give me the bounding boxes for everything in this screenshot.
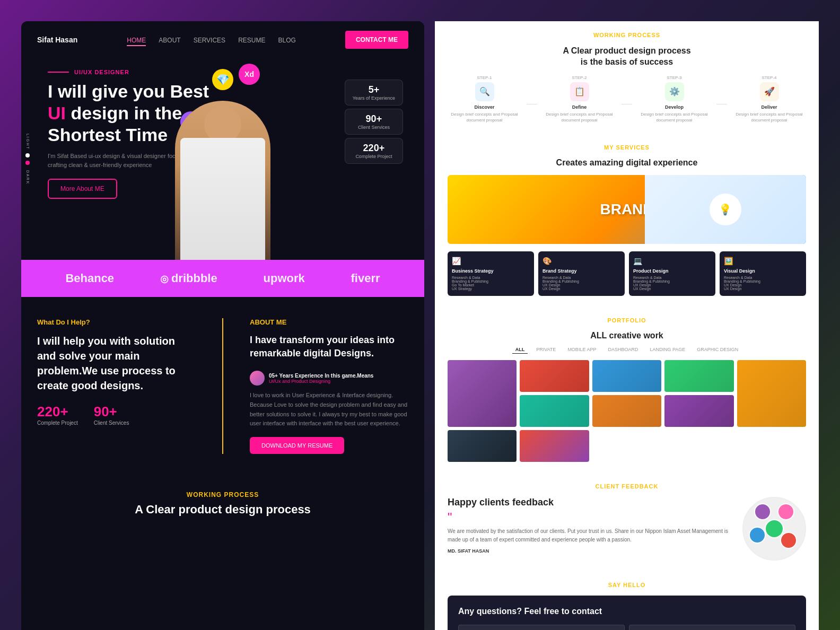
portfolio-grid (448, 360, 806, 462)
nav-link-blog[interactable]: BLOG (278, 37, 295, 44)
bulb-icon: 💡 (710, 194, 741, 225)
portfolio-item-3[interactable] (592, 360, 661, 392)
dot-active[interactable] (25, 161, 30, 165)
sayhello-subtitle: SAY HELLO (448, 582, 806, 588)
portfolio-item-7[interactable] (592, 395, 661, 427)
contact-form-title: Any questions? Feel free to contact (458, 606, 795, 617)
feedback-text-col: Happy clients feedback " We are motivate… (448, 497, 734, 554)
stat-projects: 220+ Complete Project (345, 138, 403, 164)
stat-years: 5+ Years of Experience (345, 80, 403, 106)
contact-form: Any questions? Feel free to contact 📧 si… (448, 596, 806, 630)
step4-desc: Design brief concepts and Proposal docum… (732, 111, 806, 123)
hero-stats: 5+ Years of Experience 90+ Client Servic… (345, 80, 403, 164)
hero-title-highlight: UI (48, 103, 66, 123)
step3-desc: Design brief concepts and Proposal docum… (637, 111, 711, 123)
ptab-landing[interactable]: LANDING PAGE (646, 346, 688, 354)
step-connector-2 (622, 86, 632, 123)
nav-item-services[interactable]: SERVICES (194, 35, 225, 45)
client-num: 90+ (94, 404, 129, 420)
portfolio-item-5[interactable] (737, 360, 806, 427)
step3-id: STEP-3 (637, 75, 711, 80)
nav-link-about[interactable]: ABOUT (159, 37, 180, 44)
step-connector-1 (527, 86, 537, 123)
portfolio-item-10[interactable] (520, 430, 589, 462)
nav-item-resume[interactable]: RESUME (238, 35, 265, 45)
nav-item-home[interactable]: HOME (127, 35, 146, 45)
hero-subtitle: UI/UX DESIGNER (48, 69, 408, 75)
working-process-preview: WORKING PROCESS A Clear product design p… (21, 475, 424, 532)
hero-section: LIGHT DARK UI/UX DESIGNER I will give yo… (21, 58, 424, 260)
stat-projects-label: Complete Project (353, 154, 395, 159)
complete-num: 220+ (37, 404, 78, 420)
portfolio-item-8[interactable] (664, 395, 733, 427)
service-placeholder-text: Research & DataBranding & PublishingGo T… (452, 276, 530, 291)
wp-title-left: A Clear product design process (37, 503, 408, 517)
portfolio-item-6[interactable] (520, 395, 589, 427)
wp-right-subtitle: WORKING PROCESS (448, 32, 806, 38)
product-name: Product Design (633, 268, 711, 274)
nav-item-about[interactable]: ABOUT (159, 35, 180, 45)
client-lbl: Client Services (94, 420, 129, 426)
stat-clients: 90+ Client Services (345, 109, 403, 135)
hero-more-btn[interactable]: More About ME (48, 179, 117, 199)
service-card-business: 📈 Business Strategy Research & DataBrand… (448, 251, 534, 296)
nav-link-resume[interactable]: RESUME (238, 37, 265, 44)
form-input-mail[interactable] (629, 625, 795, 630)
help-column: What Do I Help? I will help you with sol… (37, 318, 196, 454)
feedback-subtitle: CLIENT FEEDBACK (448, 483, 806, 489)
avatar-4 (780, 532, 797, 549)
portfolio-item-1[interactable] (448, 360, 517, 427)
quote-mark: " (448, 511, 734, 524)
right-panel: WORKING PROCESS A Clear product design p… (435, 21, 819, 630)
step-connector-3 (716, 86, 727, 123)
form-row-1 (458, 625, 795, 630)
define-icon: 📋 (570, 82, 589, 101)
nav-link-home[interactable]: HOME (127, 37, 146, 46)
about-column: ABOUT ME I have transform your ideas int… (250, 318, 408, 454)
service-card-product: 💻 Product Design Research & DataBranding… (629, 251, 715, 296)
nav-item-blog[interactable]: BLOG (278, 35, 295, 45)
person-body (180, 138, 265, 260)
sayhello-right: SAY HELLO Any questions? Feel free to co… (435, 571, 819, 630)
download-resume-btn[interactable]: DOWNLOAD MY RESUME (250, 437, 344, 454)
develop-icon: ⚙️ (665, 82, 684, 101)
visual-icon: 🖼️ (724, 257, 802, 265)
feedback-quote: We are motivated by the satisfaction of … (448, 527, 734, 544)
service-card-visual: 🖼️ Visual Design Research & DataBranding… (720, 251, 806, 296)
working-process-right: WORKING PROCESS A Clear product design p… (435, 21, 819, 134)
step1-desc: Design brief concepts and Proposal docum… (448, 111, 521, 123)
client-services-stat: 90+ Client Services (94, 404, 129, 426)
ptab-all[interactable]: ALL (512, 346, 528, 354)
ptab-dashboard[interactable]: DASHBOARD (605, 346, 641, 354)
sidebar-label-light: LIGHT (26, 134, 30, 150)
left-panel: Sifat Hasan HOME ABOUT SERVICES RESUME B… (21, 21, 424, 630)
site-logo: Sifat Hasan (37, 36, 77, 44)
portfolio-item-2[interactable] (520, 360, 589, 392)
hero-title-line3: Shortest Time (48, 125, 168, 145)
deliver-icon: 🚀 (760, 82, 779, 101)
step3-label: Develop (637, 104, 711, 110)
stat-projects-number: 220+ (353, 143, 395, 154)
portfolio-right: PORTFOLIO ALL creative work ALL PRIVATE … (435, 307, 819, 472)
step-develop: STEP-3 ⚙️ Develop Design brief concepts … (637, 75, 711, 123)
form-input-name[interactable] (458, 625, 625, 630)
business-name: Business Strategy (452, 268, 530, 274)
nav-link-services[interactable]: SERVICES (194, 37, 225, 44)
step-deliver: STEP-4 🚀 Deliver Design brief concepts a… (732, 75, 806, 123)
contact-btn[interactable]: CONTACT ME (345, 31, 408, 49)
ptab-graphic[interactable]: GRAPHIC DESIGN (694, 346, 741, 354)
step-discover: STEP-1 🔍 Discover Design brief concepts … (448, 75, 521, 123)
help-stats: 220+ Complete Project 90+ Client Service… (37, 404, 196, 426)
hero-person-image (159, 80, 286, 260)
dot-inactive[interactable] (25, 153, 30, 158)
avatar-2 (754, 503, 771, 520)
portfolio-item-9[interactable] (448, 430, 517, 462)
ptab-private[interactable]: PRIVATE (533, 346, 559, 354)
ptab-mobile[interactable]: MOBILE APP (564, 346, 599, 354)
stat-years-label: Years of Experience (353, 95, 395, 101)
help-text: I will help you with solution and solve … (37, 334, 196, 393)
portfolio-item-4[interactable] (664, 360, 733, 392)
section-divider (222, 318, 223, 454)
wp-subtitle-left: WORKING PROCESS (37, 491, 408, 498)
about-author: 05+ Years Experience In this game.Means … (250, 371, 408, 386)
